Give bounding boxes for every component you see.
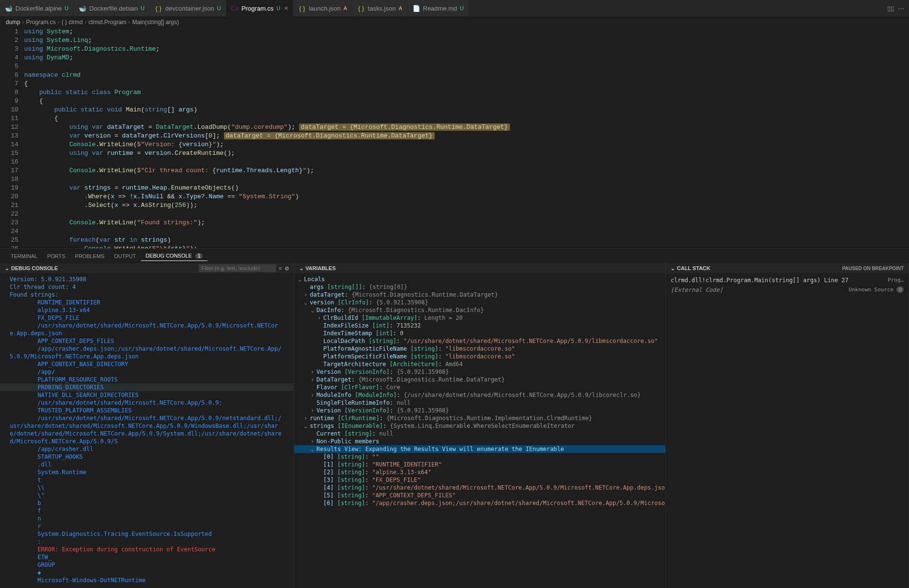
tab-label: Program.cs bbox=[242, 5, 274, 12]
variable-row[interactable]: args [string[]]: {string[0]} bbox=[294, 283, 665, 291]
chevron-down-icon[interactable]: ⌄ bbox=[671, 265, 675, 272]
clear-icon[interactable]: ⊘ bbox=[285, 265, 289, 272]
callstack-body[interactable]: clrmd.dll!clrmd.Program.Main(string[] ar… bbox=[666, 273, 909, 588]
console-line: n bbox=[0, 515, 294, 522]
variable-row[interactable]: SingleFileRuntimeInfo: null bbox=[294, 399, 665, 407]
variable-row[interactable]: [0] [string]: "" bbox=[294, 453, 665, 461]
file-icon: C# bbox=[231, 4, 239, 12]
variable-row[interactable]: TargetArchitecture [Architecture]: Amd64 bbox=[294, 360, 665, 368]
tab-Program-cs[interactable]: C#Program.csU× bbox=[226, 0, 294, 16]
panel-tab-label: DEBUG CONSOLE bbox=[146, 253, 192, 259]
more-icon[interactable]: ⋯ bbox=[898, 5, 904, 12]
breadcrumb-item[interactable]: Main(string[] args) bbox=[132, 19, 179, 26]
panel-tab-output[interactable]: OUTPUT bbox=[109, 251, 140, 261]
variable-row[interactable]: [4] [string]: "/usr/share/dotnet/shared/… bbox=[294, 484, 665, 492]
chevron-down-icon[interactable]: ⌄ bbox=[299, 265, 303, 272]
variables-header: ⌄ VARIABLES bbox=[294, 263, 665, 273]
tab-Dockerfile-alpine[interactable]: 🐋Dockerfile.alpineU bbox=[0, 0, 74, 16]
breadcrumb-item[interactable]: Program.cs bbox=[26, 19, 55, 26]
tab-tasks-json[interactable]: { }tasks.jsonA bbox=[352, 0, 407, 16]
file-icon: 🐋 bbox=[5, 4, 13, 12]
panel-tab-debug-console[interactable]: DEBUG CONSOLE 1 bbox=[141, 251, 208, 261]
variable-row[interactable]: [5] [string]: "APP_CONTEXT_DEPS_FILES" bbox=[294, 492, 665, 499]
panel-tab-problems[interactable]: PROBLEMS bbox=[70, 251, 109, 261]
close-icon[interactable]: × bbox=[284, 4, 288, 12]
tab-launch-json[interactable]: { }launch.jsonA bbox=[293, 0, 352, 16]
variables-pane: ⌄ VARIABLES ⌄Locals args [string[]]: {st… bbox=[294, 263, 666, 588]
code-area[interactable]: using System;using System.Linq;using Mic… bbox=[24, 27, 909, 248]
variable-row[interactable]: IndexTimeStamp [int]: 0 bbox=[294, 329, 665, 337]
tab-devcontainer-json[interactable]: { }devcontainer.jsonU bbox=[150, 0, 226, 16]
twistie-icon[interactable]: › bbox=[311, 438, 317, 445]
tab-Dockerfile-debian[interactable]: 🐋Dockerfile.debianU bbox=[74, 0, 150, 16]
callstack-status: PAUSED ON BREAKPOINT bbox=[842, 266, 904, 271]
variable-row[interactable]: ⌄Locals bbox=[294, 275, 665, 283]
variable-row[interactable]: ›Version [VersionInfo]: {5.0.921.35908} bbox=[294, 407, 665, 414]
variable-row[interactable]: Flavor [ClrFlavor]: Core bbox=[294, 383, 665, 391]
tab-status: A bbox=[399, 5, 402, 11]
debug-console-pane: ⌄ DEBUG CONSOLE ≡ ⊘ Version: 5.0.921.359… bbox=[0, 263, 294, 588]
filter-icon[interactable]: ≡ bbox=[279, 265, 282, 271]
tab-Readme-md[interactable]: 📄Readme.mdU bbox=[408, 0, 469, 16]
console-line: /usr/share/dotnet/shared/Microsoft.NETCo… bbox=[0, 414, 294, 445]
callstack-frame[interactable]: clrmd.dll!clrmd.Program.Main(string[] ar… bbox=[666, 275, 909, 285]
twistie-icon[interactable]: ⌄ bbox=[311, 445, 317, 453]
chevron-down-icon[interactable]: ⌄ bbox=[5, 265, 9, 272]
console-line: NATIVE_DLL_SEARCH_DIRECTORIES bbox=[0, 391, 294, 399]
variable-row[interactable]: ›dataTarget: {Microsoft.Diagnostics.Runt… bbox=[294, 291, 665, 299]
debug-console-body[interactable]: Version: 5.0.921.35908Clr thread count: … bbox=[0, 273, 294, 588]
variable-row[interactable]: ›Version [VersionInfo]: {5.0.921.35908} bbox=[294, 368, 665, 376]
variable-row[interactable]: LocalDacPath [string]: "/usr/share/dotne… bbox=[294, 337, 665, 345]
console-line: ETW_ bbox=[0, 553, 294, 561]
variable-row[interactable]: ⌄Results View: Expanding the Results Vie… bbox=[294, 445, 665, 453]
twistie-icon[interactable]: › bbox=[304, 291, 310, 299]
variable-row[interactable]: PlatformAgnosticFileName [string]: "libm… bbox=[294, 345, 665, 353]
breadcrumb-item[interactable]: clrmd.Program bbox=[88, 19, 126, 26]
variable-row[interactable]: ›Non-Public members bbox=[294, 438, 665, 445]
console-line: Found strings: bbox=[0, 291, 294, 299]
variable-row[interactable]: IndexFileSize [int]: 7135232 bbox=[294, 322, 665, 329]
debug-console-filter[interactable] bbox=[199, 264, 276, 272]
tab-label: Dockerfile.alpine bbox=[15, 5, 62, 12]
panel-tab-terminal[interactable]: TERMINAL bbox=[6, 251, 42, 261]
variable-row[interactable]: [3] [string]: "FX_DEPS_FILE" bbox=[294, 476, 665, 484]
tab-status: U bbox=[217, 5, 221, 11]
console-line: t bbox=[0, 476, 294, 484]
variable-row[interactable]: ›ClrBuildId [ImmutableArray]: Length = 2… bbox=[294, 314, 665, 322]
code-editor[interactable]: 1234567891011121314151617181920212223242… bbox=[0, 27, 909, 248]
twistie-icon[interactable]: ⌄ bbox=[311, 306, 317, 314]
panel-tab-ports[interactable]: PORTS bbox=[42, 251, 70, 261]
twistie-icon[interactable]: ⌄ bbox=[304, 299, 310, 306]
panel-tabs: TERMINAL PORTS PROBLEMS OUTPUT DEBUG CON… bbox=[0, 248, 909, 263]
variable-row[interactable]: [2] [string]: "alpine.3.13-x64" bbox=[294, 468, 665, 476]
twistie-icon[interactable]: › bbox=[304, 414, 310, 422]
twistie-icon[interactable]: › bbox=[317, 314, 323, 322]
variable-row[interactable]: ⌄version [ClrInfo]: {5.0.921.35908} bbox=[294, 299, 665, 306]
twistie-icon[interactable]: › bbox=[311, 391, 317, 399]
variable-row[interactable]: [1] [string]: "RUNTIME_IDENTIFIER" bbox=[294, 461, 665, 468]
twistie-icon[interactable]: ⌄ bbox=[298, 275, 304, 283]
variable-row[interactable]: PlatformSpecificFileName [string]: "libm… bbox=[294, 353, 665, 360]
chevron-right-icon: › bbox=[84, 19, 86, 26]
console-line: APP_CONTEXT_DEPS_FILES bbox=[0, 337, 294, 345]
split-editor-icon[interactable]: ▯▯ bbox=[887, 5, 894, 12]
variable-row[interactable]: ›DataTarget: {Microsoft.Diagnostics.Runt… bbox=[294, 376, 665, 383]
breadcrumb-item[interactable]: dump bbox=[6, 19, 20, 26]
variable-row[interactable]: ›ModuleInfo [ModuleInfo]: {/usr/share/do… bbox=[294, 391, 665, 399]
variable-row[interactable]: ›runtime [ClrRuntime]: {Microsoft.Diagno… bbox=[294, 414, 665, 422]
console-line: APP_CONTEXT_BASE_DIRECTORY bbox=[0, 360, 294, 368]
variable-row[interactable]: Current [string]: null bbox=[294, 430, 665, 438]
variables-body[interactable]: ⌄Locals args [string[]]: {string[0]}›dat… bbox=[294, 273, 665, 588]
twistie-icon[interactable]: › bbox=[311, 376, 317, 383]
variable-row[interactable]: ⌄DacInfo: {Microsoft.Diagnostics.Runtime… bbox=[294, 306, 665, 314]
chevron-right-icon: › bbox=[57, 19, 59, 26]
variable-row[interactable]: [6] [string]: "/app/crasher.deps.json;/u… bbox=[294, 499, 665, 507]
tab-label: launch.json bbox=[309, 5, 341, 12]
twistie-icon[interactable]: ⌄ bbox=[304, 422, 310, 430]
variable-row[interactable]: ⌄strings [IEnumerable]: {System.Linq.Enu… bbox=[294, 422, 665, 430]
breadcrumb-item[interactable]: { } clrmd bbox=[61, 19, 83, 26]
callstack-frame[interactable]: [External Code]Unknown Source 0 bbox=[666, 285, 909, 295]
twistie-icon[interactable]: › bbox=[311, 368, 317, 376]
breadcrumb[interactable]: dump›Program.cs›{ } clrmd›clrmd.Program›… bbox=[0, 17, 909, 27]
twistie-icon[interactable]: › bbox=[311, 407, 317, 414]
